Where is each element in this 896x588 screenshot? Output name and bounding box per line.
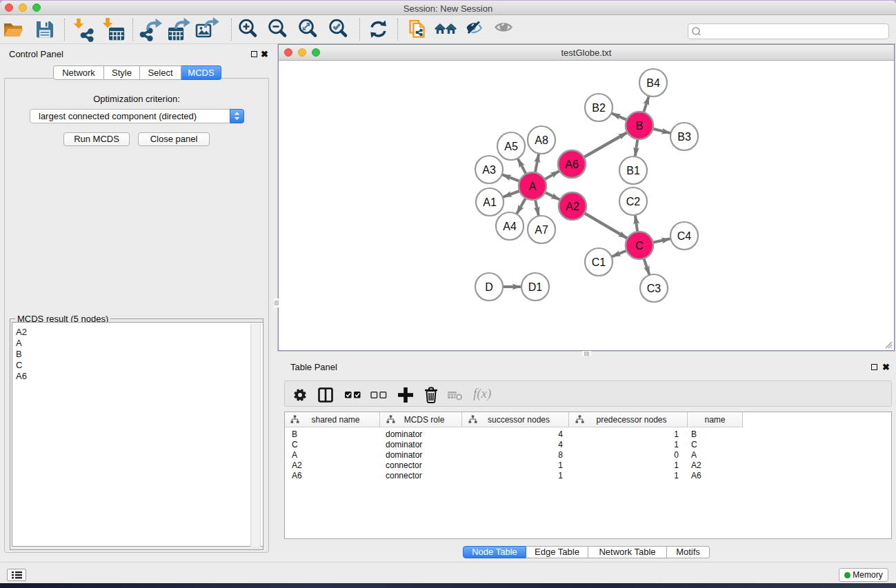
svg-text:C2: C2 <box>626 196 641 207</box>
svg-text:A4: A4 <box>503 221 517 232</box>
svg-text:B: B <box>636 120 644 132</box>
svg-text:C3: C3 <box>647 283 661 294</box>
svg-text:C: C <box>635 240 644 252</box>
svg-text:B2: B2 <box>592 102 606 114</box>
svg-text:A: A <box>529 181 537 192</box>
svg-text:C1: C1 <box>592 256 606 268</box>
svg-text:A3: A3 <box>482 164 496 176</box>
svg-text:A1: A1 <box>483 196 497 208</box>
svg-text:B4: B4 <box>646 77 660 89</box>
svg-text:B1: B1 <box>626 165 640 176</box>
svg-text:A2: A2 <box>566 201 579 212</box>
svg-text:C4: C4 <box>677 230 692 242</box>
svg-text:A5: A5 <box>504 141 518 152</box>
svg-text:D: D <box>485 281 493 293</box>
svg-text:D1: D1 <box>528 281 543 293</box>
svg-text:B3: B3 <box>677 131 691 143</box>
svg-text:A7: A7 <box>535 224 548 236</box>
svg-text:A6: A6 <box>565 159 579 170</box>
svg-text:A8: A8 <box>535 134 548 146</box>
